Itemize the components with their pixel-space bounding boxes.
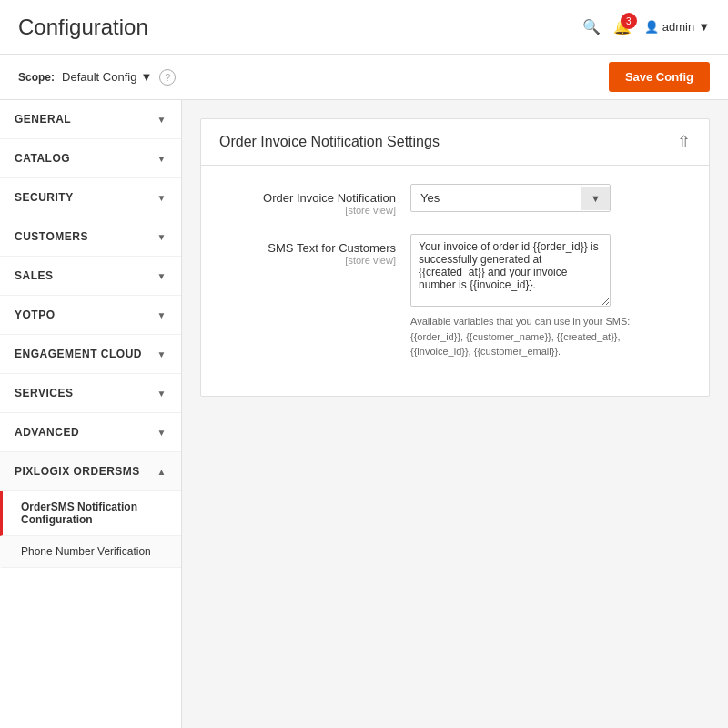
sidebar-item-yotpo[interactable]: YOTPO ▼ [0, 296, 181, 335]
field-label-order-invoice: Order Invoice Notification [263, 191, 396, 205]
page-title: Configuration [18, 15, 148, 40]
sidebar-item-advanced[interactable]: ADVANCED ▼ [0, 413, 181, 452]
user-icon: 👤 [644, 20, 659, 34]
main-content: GENERAL ▼ CATALOG ▼ SECURITY ▼ CUSTOMERS… [0, 100, 728, 728]
save-config-button[interactable]: Save Config [609, 62, 710, 92]
sidebar-item-label: PIXLOGIX ORDERSMS [15, 465, 140, 478]
notifications-bell[interactable]: 🔔 3 [613, 18, 632, 35]
chevron-down-icon: ▼ [698, 20, 710, 34]
section-header: Order Invoice Notification Settings ⇧ [201, 119, 709, 166]
sidebar-sub-item-label: OrderSMS Notification Configuration [21, 500, 137, 526]
chevron-down-icon: ▼ [157, 232, 167, 242]
control-col-order-invoice: Yes No ▼ [410, 184, 691, 212]
admin-user-menu[interactable]: 👤 admin ▼ [644, 20, 710, 34]
chevron-down-icon: ▼ [157, 389, 167, 399]
search-icon[interactable]: 🔍 [582, 18, 601, 35]
sidebar-item-pixlogix-ordersms[interactable]: PIXLOGIX ORDERSMS ▲ [0, 452, 181, 491]
chevron-down-icon: ▼ [157, 154, 167, 164]
chevron-down-icon: ▼ [157, 428, 167, 438]
sidebar-item-label: ENGAGEMENT CLOUD [15, 348, 142, 360]
collapse-icon[interactable]: ⇧ [677, 132, 691, 152]
sidebar-item-label: CUSTOMERS [15, 230, 88, 243]
field-store-view-sms-text: [store view] [219, 255, 396, 266]
content-area: Order Invoice Notification Settings ⇧ Or… [182, 100, 728, 728]
sidebar-item-label: SECURITY [15, 191, 74, 204]
header-actions: 🔍 🔔 3 👤 admin ▼ [582, 18, 710, 35]
section-title: Order Invoice Notification Settings [219, 134, 440, 150]
sidebar-item-security[interactable]: SECURITY ▼ [0, 178, 181, 217]
sidebar-item-catalog[interactable]: CATALOG ▼ [0, 139, 181, 178]
sidebar-item-sales[interactable]: SALES ▼ [0, 257, 181, 296]
scope-left: Scope: Default Config ▼ ? [18, 69, 176, 86]
select-wrapper-order-invoice: Yes No ▼ [410, 184, 611, 212]
control-col-sms-text: Your invoice of order id {{order_id}} is… [410, 234, 691, 359]
chevron-down-icon: ▼ [157, 310, 167, 320]
select-arrow-icon: ▼ [581, 187, 610, 210]
sidebar-item-customers[interactable]: CUSTOMERS ▼ [0, 217, 181, 257]
scope-label: Scope: [18, 71, 55, 84]
sidebar: GENERAL ▼ CATALOG ▼ SECURITY ▼ CUSTOMERS… [0, 100, 182, 728]
sidebar-sub-item-label: Phone Number Verification [21, 545, 151, 558]
chevron-down-icon: ▼ [157, 193, 167, 203]
textarea-sms-text[interactable]: Your invoice of order id {{order_id}} is… [410, 234, 611, 307]
header: Configuration 🔍 🔔 3 👤 admin ▼ [0, 0, 728, 55]
label-col-sms-text: SMS Text for Customers [store view] [219, 234, 410, 266]
admin-label: admin [662, 20, 694, 34]
section-body: Order Invoice Notification [store view] … [201, 166, 709, 396]
sidebar-item-services[interactable]: SERVICES ▼ [0, 374, 181, 413]
scope-chevron-icon: ▼ [140, 70, 152, 84]
field-label-sms-text: SMS Text for Customers [268, 241, 396, 255]
sidebar-sub-item-ordersms-notification[interactable]: OrderSMS Notification Configuration [0, 491, 181, 536]
sidebar-sub-item-phone-verification[interactable]: Phone Number Verification [0, 536, 181, 568]
help-icon[interactable]: ? [159, 69, 176, 86]
scope-bar: Scope: Default Config ▼ ? Save Config [0, 55, 728, 100]
form-row-order-invoice: Order Invoice Notification [store view] … [219, 184, 691, 216]
hint-text-sms: Available variables that you can use in … [410, 314, 665, 359]
scope-value: Default Config [62, 70, 136, 84]
chevron-down-icon: ▼ [157, 115, 167, 125]
chevron-down-icon: ▼ [157, 349, 167, 359]
sidebar-item-label: ADVANCED [15, 426, 79, 439]
form-row-sms-text: SMS Text for Customers [store view] Your… [219, 234, 691, 359]
chevron-down-icon: ▼ [157, 271, 167, 281]
sidebar-item-label: CATALOG [15, 152, 70, 165]
section-panel: Order Invoice Notification Settings ⇧ Or… [200, 118, 710, 397]
sidebar-item-general[interactable]: GENERAL ▼ [0, 100, 181, 139]
notification-badge: 3 [621, 13, 637, 29]
sidebar-submenu: OrderSMS Notification Configuration Phon… [0, 491, 181, 568]
label-col-order-invoice: Order Invoice Notification [store view] [219, 184, 410, 216]
select-order-invoice[interactable]: Yes No [411, 185, 581, 211]
sidebar-item-label: GENERAL [15, 113, 71, 126]
sidebar-item-label: SERVICES [15, 387, 73, 399]
chevron-up-icon: ▲ [157, 467, 167, 477]
field-store-view-order-invoice: [store view] [219, 205, 396, 216]
sidebar-item-label: SALES [15, 269, 54, 282]
sidebar-item-label: YOTPO [15, 308, 56, 321]
scope-dropdown[interactable]: Default Config ▼ [62, 70, 152, 84]
sidebar-item-engagement-cloud[interactable]: ENGAGEMENT CLOUD ▼ [0, 335, 181, 374]
